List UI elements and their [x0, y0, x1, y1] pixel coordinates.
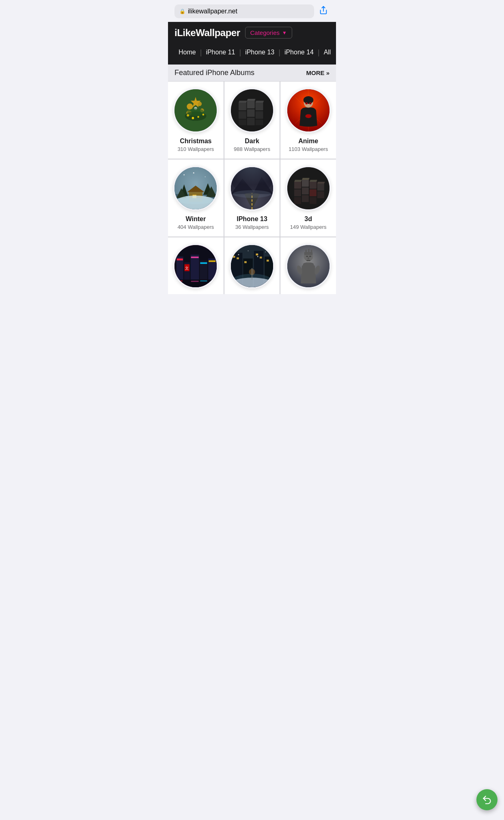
svg-point-42 [310, 103, 310, 104]
svg-rect-125 [305, 250, 307, 253]
svg-marker-28 [255, 101, 264, 103]
svg-point-41 [306, 103, 307, 104]
svg-rect-21 [247, 109, 255, 117]
svg-rect-22 [255, 111, 263, 119]
svg-point-56 [205, 176, 206, 177]
categories-button[interactable]: Categories ▼ [245, 27, 292, 39]
svg-marker-78 [309, 180, 317, 182]
header-top: iLikeWallpaper Categories ▼ [174, 27, 330, 39]
svg-rect-67 [309, 182, 316, 189]
categories-label: Categories [250, 29, 280, 36]
site-logo: iLikeWallpaper [174, 27, 240, 39]
svg-rect-108 [237, 257, 239, 259]
svg-rect-100 [200, 280, 207, 282]
svg-rect-74 [302, 195, 309, 202]
svg-rect-69 [294, 189, 301, 196]
albums-row-3: 文 [168, 237, 336, 294]
album-count-anime: 1103 Wallpapers [289, 146, 328, 152]
svg-rect-110 [256, 254, 258, 256]
svg-point-54 [174, 196, 217, 209]
svg-rect-127 [310, 250, 312, 253]
svg-rect-107 [233, 256, 235, 258]
svg-rect-66 [302, 180, 309, 187]
svg-point-4 [187, 103, 193, 110]
album-christmas[interactable]: Christmas 310 Wallpapers [168, 82, 224, 159]
svg-rect-24 [247, 118, 255, 125]
album-circle-iphone13 [230, 166, 274, 211]
svg-rect-23 [239, 120, 246, 125]
album-snow-street[interactable] [224, 237, 280, 294]
svg-rect-134 [306, 260, 310, 261]
svg-marker-26 [239, 101, 247, 103]
url-bar[interactable]: 🔒 ilikewallpaper.net [174, 4, 314, 18]
search-icon[interactable] [335, 44, 336, 60]
svg-rect-65 [294, 182, 301, 189]
album-dark[interactable]: Dark 988 Wallpapers [224, 82, 280, 159]
album-anime[interactable]: Anime 1103 Wallpapers [280, 82, 336, 159]
svg-point-118 [265, 252, 266, 252]
svg-rect-18 [247, 101, 255, 108]
album-count-winter: 404 Wallpapers [177, 224, 214, 230]
svg-point-57 [193, 172, 194, 174]
album-circle-statue [286, 244, 331, 288]
album-name-dark: Dark [245, 138, 259, 145]
svg-rect-92 [191, 256, 199, 258]
album-name-3d: 3d [304, 215, 312, 223]
album-name-anime: Anime [298, 138, 318, 145]
album-count-dark: 988 Wallpapers [234, 146, 270, 152]
svg-point-115 [238, 254, 239, 255]
album-name-christmas: Christmas [180, 138, 211, 145]
svg-rect-83 [309, 189, 316, 196]
svg-rect-72 [317, 192, 324, 198]
album-iphone13[interactable]: IPhone 13 36 Wallpapers [224, 159, 280, 237]
svg-point-38 [305, 114, 311, 118]
svg-point-55 [184, 174, 185, 175]
album-count-christmas: 310 Wallpapers [177, 146, 214, 152]
nav-all[interactable]: All [320, 46, 335, 58]
nav-iphone13[interactable]: iPhone 13 [241, 46, 278, 58]
svg-rect-126 [308, 249, 310, 252]
svg-point-116 [248, 250, 249, 251]
album-circle-christmas [173, 88, 218, 133]
svg-point-13 [198, 116, 200, 118]
svg-rect-133 [308, 257, 309, 259]
nav-home[interactable]: Home [174, 46, 200, 58]
svg-rect-19 [255, 103, 263, 110]
album-winter[interactable]: Winter 404 Wallpapers [168, 159, 224, 237]
album-statue[interactable] [280, 237, 336, 294]
album-japan[interactable]: 文 [168, 237, 224, 294]
album-circle-3d [286, 166, 331, 211]
share-button[interactable] [317, 4, 330, 19]
svg-rect-109 [244, 261, 247, 263]
albums-row-1: Christmas 310 Wallpapers [168, 82, 336, 159]
svg-marker-79 [317, 182, 325, 184]
svg-rect-91 [177, 258, 183, 260]
svg-rect-20 [239, 111, 246, 119]
album-circle-japan: 文 [173, 244, 218, 288]
svg-text:文: 文 [185, 266, 189, 270]
svg-marker-27 [247, 99, 256, 101]
album-circle-anime [286, 88, 331, 133]
svg-point-14 [187, 114, 190, 116]
site-header: iLikeWallpaper Categories ▼ Home | iPhon… [168, 22, 336, 65]
svg-rect-94 [209, 260, 215, 262]
svg-rect-93 [200, 263, 207, 264]
svg-point-15 [202, 114, 205, 116]
more-link[interactable]: MORE » [306, 69, 330, 76]
svg-point-117 [257, 256, 258, 257]
svg-point-12 [192, 117, 194, 119]
nav-iphone11[interactable]: iPhone 11 [202, 46, 239, 58]
svg-marker-76 [294, 180, 302, 182]
svg-rect-132 [309, 256, 311, 257]
svg-rect-90 [209, 258, 217, 287]
albums-row-2: Winter 404 Wallpapers [168, 159, 336, 237]
album-circle-dark [230, 88, 274, 133]
album-name-winter: Winter [186, 215, 206, 223]
nav-iphone14[interactable]: iPhone 14 [280, 46, 318, 58]
browser-chrome: 🔒 ilikewallpaper.net [168, 0, 336, 22]
svg-point-63 [233, 190, 271, 198]
albums-container: Christmas 310 Wallpapers [168, 82, 336, 294]
svg-marker-77 [302, 178, 310, 180]
featured-title: Featured iPhone Albums [174, 69, 254, 77]
album-3d[interactable]: 3d 149 Wallpapers [280, 159, 336, 237]
